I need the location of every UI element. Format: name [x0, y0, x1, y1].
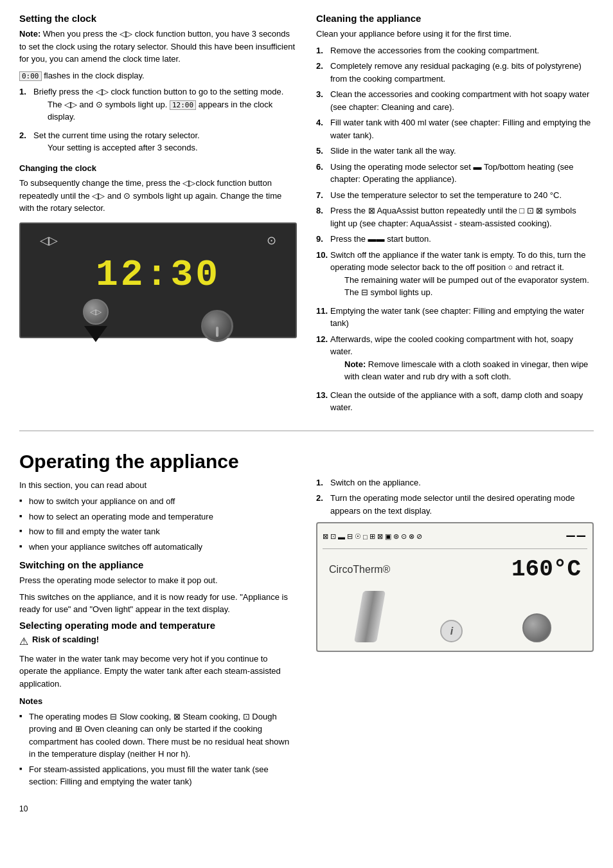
cleaning-step-5: 5. Slide in the water tank all the way. [316, 145, 594, 158]
op-step-1: 1. Switch on the appliance. [316, 476, 594, 489]
step-2-text: Set the current time using the rotary se… [33, 131, 200, 140]
temp-lines: —— [567, 529, 587, 545]
mode-lever[interactable] [354, 591, 386, 642]
c-step-10-subtext: The remaining water will be pumped out o… [330, 274, 594, 299]
cleaning-step-1: 1. Remove the accessories from the cooki… [316, 44, 594, 57]
notes-bullet-2: For steam-assisted applications, you mus… [19, 763, 297, 788]
switching-text1: Press the operating mode selector to mak… [19, 574, 297, 587]
c-step-num-3: 3. [316, 88, 330, 113]
mode-icon-11: ⊙ [401, 532, 407, 541]
step-2-subtext: Your setting is accepted after 3 seconds… [33, 141, 200, 154]
clock-flash-text: 0:00 flashes in the clock display. [19, 69, 297, 82]
step-num-2: 2. [19, 129, 33, 157]
c-step-13-text: Clean the outside of the appliance with … [330, 389, 594, 414]
operating-bullets: how to switch your appliance on and off … [19, 495, 297, 553]
clock-function-button[interactable]: ◁▷ [83, 299, 109, 325]
info-button[interactable]: i [440, 620, 463, 642]
c-step-1-text: Remove the accessories from the cooking … [330, 44, 539, 57]
c-step-num-4: 4. [316, 116, 330, 141]
c-step-12-content: Afterwards, wipe the cooled cooking comp… [330, 333, 594, 386]
mode-icon-7: ⊞ [369, 532, 375, 541]
c-step-num-1: 1. [316, 44, 330, 57]
cleaning-steps: 1. Remove the accessories from the cooki… [316, 44, 594, 414]
step-num-1: 1. [19, 86, 33, 126]
cleaning-step-9: 9. Press the ▬▬ start button. [316, 233, 594, 246]
c-step-6-text: Using the operating mode selector set ▬ … [330, 161, 594, 186]
step-2-content: Set the current time using the rotary se… [33, 129, 200, 157]
circo-therm-text: CircoTherm® [329, 564, 390, 575]
c-step-10-content: Switch off the appliance if the water ta… [330, 249, 594, 302]
rotary-selector[interactable] [201, 310, 233, 342]
appliance-controls: i [323, 586, 587, 646]
cleaning-step-4: 4. Fill water tank with 400 ml water (se… [316, 116, 594, 141]
switching-title: Switching on the appliance [19, 559, 297, 570]
c-step-3-text: Clean the accessories and cooking compar… [330, 88, 594, 113]
mode-icon-8: ⊠ [377, 532, 383, 541]
op-step-2: 2. Turn the operating mode selector unti… [316, 492, 594, 517]
step-1-text: Briefly press the ◁▷ clock function butt… [33, 87, 283, 96]
cleaning-step-11: 11. Emptying the water tank (see chapter… [316, 305, 594, 330]
arrow-indicator [84, 326, 107, 342]
c-step-7-text: Use the temperature selector to set the … [330, 189, 562, 202]
c-step-12-note: Note: Remove limescale with a cloth soak… [330, 358, 594, 383]
clock-left-symbol: ◁▷ [40, 233, 58, 248]
cleaning-intro: Clean your appliance before using it for… [316, 28, 594, 41]
cleaning-title: Cleaning the appliance [316, 13, 594, 24]
cleaning-step-7: 7. Use the temperature selector to set t… [316, 189, 594, 202]
page: Setting the clock Note: When you press t… [0, 0, 613, 826]
step-1-subtext: The ◁▷ and ⊙ symbols light up. 12:00 app… [33, 98, 297, 123]
c-step-num-11: 11. [316, 305, 330, 330]
clock-top-row: ◁▷ ⊙ [30, 230, 286, 251]
risk-warning: ⚠ Risk of scalding! [19, 635, 297, 647]
clock-12-symbol: 12:00 [170, 100, 196, 110]
clock-bottom-controls: ◁▷ [30, 296, 286, 345]
notes-bullet-1: The operating modes ⊟ Slow cooking, ⊠ St… [19, 710, 297, 761]
c-step-num-8: 8. [316, 204, 330, 230]
temperature-knob[interactable] [522, 613, 551, 642]
top-section: Setting the clock Note: When you press t… [19, 13, 594, 431]
cleaning-step-10: 10. Switch off the appliance if the wate… [316, 249, 594, 302]
bullet-1: how to switch your appliance on and off [19, 495, 297, 508]
c-step-num-12: 12. [316, 333, 330, 386]
cleaning-step-8: 8. Press the ⊠ AquaAssist button repeate… [316, 204, 594, 230]
operating-right: 1. Switch on the appliance. 2. Turn the … [316, 444, 594, 795]
c-step-5-text: Slide in the water tank all the way. [330, 145, 456, 158]
c-step-num-9: 9. [316, 233, 330, 246]
operating-section: Operating the appliance In this section,… [19, 444, 594, 795]
mode-icon-2: ⊡ [330, 532, 336, 541]
c-step-9-text: Press the ▬▬ start button. [330, 233, 431, 246]
bullet-2: how to select an operating mode and temp… [19, 511, 297, 523]
clock-time-display: 12:30 [96, 254, 220, 296]
operating-steps: 1. Switch on the appliance. 2. Turn the … [316, 476, 594, 518]
mode-icon-10: ⊛ [393, 532, 399, 541]
setting-clock-title: Setting the clock [19, 13, 297, 24]
c-step-num-13: 13. [316, 389, 330, 414]
operating-intro: In this section, you can read about [19, 479, 297, 492]
clock-step-2: 2. Set the current time using the rotary… [19, 129, 297, 157]
page-number: 10 [19, 804, 594, 813]
clock-flash-symbol: 0:00 [19, 71, 42, 81]
c-step-num-10: 10. [316, 249, 330, 302]
op-step-2-text: Turn the operating mode selector until t… [330, 492, 594, 517]
mode-icon-3: ▬ [338, 533, 345, 541]
op-step-num-1: 1. [316, 476, 330, 489]
clock-display-illustration: ◁▷ ⊙ 12:30 ◁▷ [19, 222, 297, 338]
c-step-num-7: 7. [316, 189, 330, 202]
c-step-4-text: Fill water tank with 400 ml water (see c… [330, 116, 594, 141]
mode-icon-9: ▣ [385, 532, 391, 541]
cleaning-step-2: 2. Completely remove any residual packag… [316, 60, 594, 85]
operating-left: Operating the appliance In this section,… [19, 444, 297, 795]
c-step-num-6: 6. [316, 161, 330, 186]
c-step-num-5: 5. [316, 145, 330, 158]
note-label: Note: [19, 29, 40, 39]
c-step-12-text: Afterwards, wipe the cooled cooking comp… [330, 334, 573, 357]
risk-label: Risk of scalding! [32, 635, 99, 644]
setting-clock-section: Setting the clock Note: When you press t… [19, 13, 297, 417]
warning-icon: ⚠ [19, 635, 28, 647]
c-step-num-2: 2. [316, 60, 330, 85]
changing-clock-text: To subsequently change the time, press t… [19, 177, 297, 215]
clock-steps: 1. Briefly press the ◁▷ clock function b… [19, 86, 297, 157]
c-step-10-text: Switch off the appliance if the water ta… [330, 250, 585, 273]
mode-icon-6: □ [363, 533, 368, 541]
notes-bullets: The operating modes ⊟ Slow cooking, ⊠ St… [19, 710, 297, 788]
